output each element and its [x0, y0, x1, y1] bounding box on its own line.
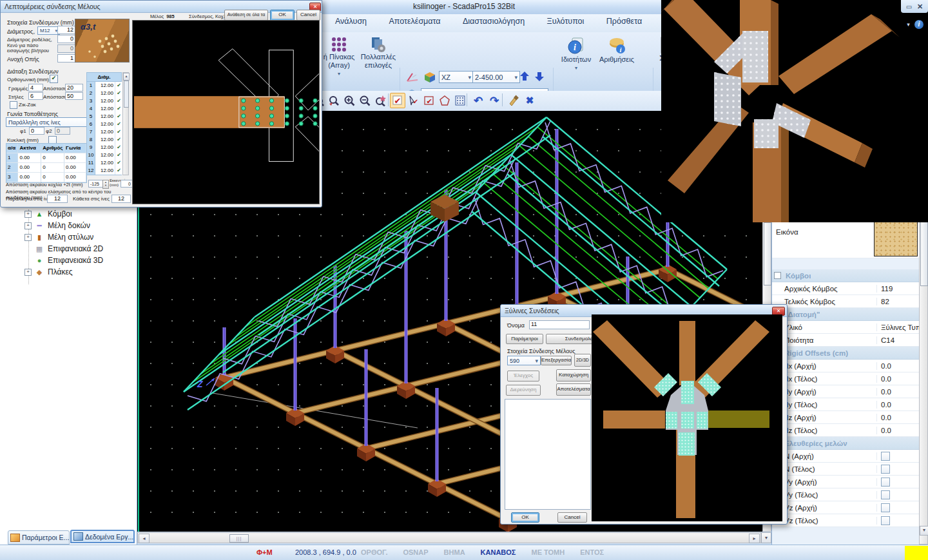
diam-row-checkbox[interactable]: ✔ — [115, 121, 122, 128]
edit-button[interactable]: Επεξεργασία — [541, 356, 572, 365]
member-select[interactable]: 590▾ — [507, 356, 541, 365]
viewport-hscrollbar[interactable]: ◂ ||| ▸ — [137, 532, 761, 543]
diam-row-checkbox[interactable]: ✔ — [115, 167, 122, 175]
properties-report-button[interactable]: i Ιδιοτήτων▾ — [558, 36, 594, 72]
property-row[interactable]: Vy (Αρχή) — [772, 476, 919, 488]
select-grid-icon[interactable] — [452, 93, 468, 108]
ribbon-tab[interactable]: Ξυλότυποι — [537, 14, 594, 29]
array-button[interactable]: ή Πίνακας (Array)▾ — [321, 36, 357, 78]
diam-table-row[interactable]: 312.00✔ — [87, 97, 121, 105]
section-expander-icon[interactable] — [774, 272, 781, 279]
diam-row-checkbox[interactable]: ✔ — [115, 136, 122, 144]
select-window-icon[interactable]: ✔ — [421, 93, 437, 108]
diam-row-checkbox[interactable]: ✔ — [115, 113, 122, 121]
zoom-previous-icon[interactable] — [326, 93, 342, 108]
property-row[interactable]: N (Αρχή) — [772, 450, 919, 463]
row-spacing-input[interactable]: 20 — [65, 84, 83, 92]
diameter-select[interactable]: M12▾ — [37, 26, 60, 35]
phi2-input[interactable]: 0 — [55, 127, 70, 135]
phi1-input[interactable]: 0 — [29, 127, 44, 135]
status-toggle[interactable]: ΒΗΜΑ — [444, 548, 465, 556]
numbering-button[interactable]: i Αριθμήσεις — [597, 36, 637, 64]
hscroll-corner-button[interactable]: ▾ — [761, 532, 771, 543]
diam-table-row[interactable]: 912.00✔ — [87, 144, 121, 151]
property-row[interactable]: dx (Τέλος) 0.0 — [772, 372, 919, 385]
property-value[interactable]: 0.0 — [877, 388, 891, 396]
help-info-icon[interactable]: i — [914, 20, 923, 29]
solid-view-icon[interactable] — [423, 71, 436, 84]
tree-item[interactable]: + Μέλη δοκών — [24, 220, 134, 231]
scroll-left-arrow[interactable]: ◂ — [139, 534, 150, 543]
hscroll-thumb[interactable]: ||| — [229, 534, 249, 543]
timber-cancel-button[interactable]: Cancel — [557, 512, 587, 523]
property-value[interactable]: 119 — [877, 285, 893, 293]
rows-input[interactable]: 4 — [28, 84, 43, 92]
clean-brush-icon[interactable] — [506, 93, 521, 108]
diam-table-row[interactable]: 112.00✔ — [87, 82, 121, 90]
orthogonal-checkbox[interactable]: ✔ — [50, 75, 58, 83]
tree-item[interactable]: + Μέλη στύλων — [24, 231, 134, 243]
register-button[interactable]: Καταχώρηση — [556, 369, 591, 381]
diam-row-checkbox[interactable]: ✔ — [115, 105, 122, 113]
diam-table-row[interactable]: 1112.00✔ — [87, 159, 121, 167]
document-tab-data[interactable]: Δεδομένα Εργ... — [70, 530, 135, 543]
select-polygon-icon[interactable] — [437, 93, 452, 108]
angle-select[interactable]: Παράλληλη στις ίνες▾ — [6, 117, 92, 127]
perpendicular-input[interactable]: 12 — [111, 195, 131, 203]
multi-select-button[interactable]: Πολλαπλές επιλογές — [359, 36, 398, 70]
diam-row-checkbox[interactable]: ✔ — [115, 151, 122, 159]
circular-table-row[interactable]: 3 0.00 0 0.00 — [6, 173, 86, 182]
tree-expander-icon[interactable]: + — [24, 211, 32, 218]
tree-item[interactable]: + Επιφανειακά 3D — [24, 255, 134, 266]
property-row[interactable]: Κόμβοι — [772, 269, 919, 282]
apply-all-button[interactable]: Ανάθεση σε όλα τα μέλη — [224, 10, 268, 21]
property-value[interactable]: C14 — [877, 336, 894, 344]
property-checkbox[interactable] — [881, 516, 890, 525]
diam-row-checkbox[interactable]: ✔ — [115, 97, 122, 105]
document-tab-parameters[interactable]: Παράμετροι Ε... — [8, 530, 70, 545]
property-row[interactable]: Ελευθερίες μελών — [772, 437, 919, 450]
select-pick-icon[interactable]: ✔ — [406, 93, 421, 108]
ribbon-tab[interactable]: Διαστασιολόγηση — [453, 14, 534, 29]
ribbon-tab[interactable]: Ανάλυση — [325, 14, 376, 29]
zoom-in-icon[interactable] — [342, 93, 357, 108]
redo-icon[interactable]: ↷ — [487, 93, 502, 108]
level-up-button[interactable] — [519, 70, 530, 82]
diam-row-checkbox[interactable]: ✔ — [115, 159, 122, 167]
prop-scroll-down-arrow[interactable]: ▾ — [920, 526, 928, 536]
status-toggle[interactable]: ΟΡΘΟΓ. — [361, 548, 387, 556]
status-toggle[interactable]: ΜΕ ΤΟΜΗ — [531, 548, 565, 556]
property-value[interactable]: 0.0 — [877, 427, 891, 434]
tree-expander-icon[interactable]: + — [24, 222, 32, 229]
property-value[interactable]: 0.0 — [877, 414, 891, 421]
edge-bolt-spinner[interactable]: ▲▼ — [102, 180, 109, 189]
property-row[interactable]: dz (Τέλος) 0.0 — [772, 424, 919, 437]
parallel-input[interactable]: 12 — [47, 195, 68, 203]
diam-table-row[interactable]: 512.00✔ — [87, 113, 121, 121]
view-2d3d-button[interactable]: 2D/3D — [574, 354, 591, 367]
restore-window-icon[interactable]: ▭ — [906, 3, 912, 10]
cols-input[interactable]: 6 — [28, 92, 43, 100]
results-listbox[interactable] — [505, 399, 591, 510]
circular-table[interactable]: α/α Ακτίνα Αριθμός Γωνία 1 0.00 0 0.00 2… — [6, 143, 87, 183]
diam-scroll-thumb[interactable] — [124, 81, 129, 108]
property-value[interactable]: 0.0 — [877, 362, 891, 370]
tree-expander-icon[interactable]: + — [24, 269, 32, 276]
property-row[interactable]: Vz (Τέλος) — [772, 514, 919, 527]
detail-ok-button[interactable]: OK — [270, 10, 295, 21]
diam-scroll-up[interactable]: ▴ — [123, 73, 130, 81]
property-row[interactable]: Αρχικός Κόμβος 119 — [772, 282, 919, 295]
scroll-right-arrow[interactable]: ▸ — [749, 534, 760, 543]
property-row[interactable]: Υλικό Ξύλινες Τυπικές — [772, 321, 919, 334]
property-value[interactable]: 0.0 — [877, 375, 891, 383]
property-value[interactable]: Ξύλινες Τυπικές — [877, 323, 919, 331]
diam-table-row[interactable]: 1012.00✔ — [87, 151, 121, 159]
parameters-button[interactable]: Παράμετροι — [506, 334, 543, 344]
diam-table-row[interactable]: 412.00✔ — [87, 105, 121, 113]
delete-icon[interactable]: ✖ — [522, 93, 537, 108]
tree-item[interactable]: + Επιφανειακά 2D — [24, 243, 134, 255]
detail-cancel-button[interactable]: Cancel — [296, 10, 320, 21]
property-row[interactable]: Rigid Offsets (cm) — [772, 347, 919, 360]
bolt-diameter-table[interactable]: Διάμ. 112.00✔ 212.00✔ 312.00✔ 412.00✔ — [86, 72, 122, 175]
col-spacing-input[interactable]: 50 — [65, 92, 83, 100]
